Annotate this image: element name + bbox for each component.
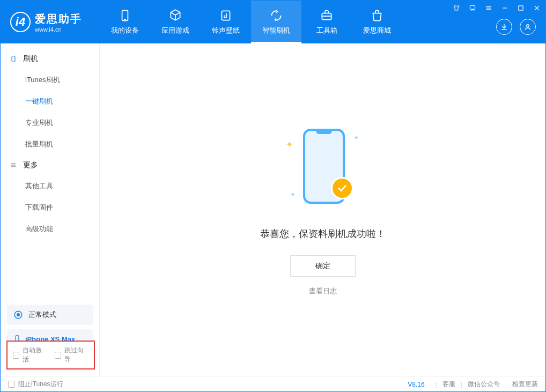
main-panel: ✦ ✦ ✦ 恭喜您，保资料刷机成功啦！ 确定 查看日志 — [100, 43, 545, 376]
section-title: 更多 — [23, 160, 38, 170]
checkbox-box-icon — [55, 352, 61, 359]
shopping-bag-icon — [370, 9, 384, 23]
check-update-link[interactable]: 检查更新 — [512, 380, 538, 389]
title-bar: i4 爱思助手 www.i4.cn 我的设备 应用游戏 铃声壁纸 — [1, 1, 545, 43]
device-mode-text: 正常模式 — [28, 310, 56, 320]
ok-button[interactable]: 确定 — [290, 255, 356, 277]
check-badge-icon — [331, 177, 353, 199]
tab-label: 工具箱 — [316, 26, 337, 35]
svg-point-14 — [527, 25, 529, 27]
cube-icon — [168, 9, 182, 23]
sidebar-item-advanced[interactable]: 高级功能 — [1, 218, 99, 240]
music-note-icon — [219, 9, 233, 23]
app-name-cn: 爱思助手 — [35, 12, 82, 26]
menu-icon[interactable] — [483, 3, 494, 13]
sidebar-item-other-tools[interactable]: 其他工具 — [1, 175, 99, 197]
content-area: 刷机 iTunes刷机 一键刷机 专业刷机 批量刷机 更多 其他工具 下载固件 … — [1, 43, 545, 376]
window-controls — [451, 3, 542, 13]
svg-rect-15 — [12, 56, 15, 62]
sidebar-item-pro-flash[interactable]: 专业刷机 — [1, 112, 99, 134]
top-tabs: 我的设备 应用游戏 铃声壁纸 智能刷机 工具箱 — [100, 1, 402, 43]
sparkle-icon: ✦ — [353, 134, 359, 142]
tab-label: 铃声壁纸 — [212, 26, 240, 35]
shirt-icon[interactable] — [451, 3, 462, 13]
checkbox-label: 自动激活 — [23, 346, 47, 364]
sparkle-icon: ✦ — [290, 191, 296, 198]
checkbox-auto-activate[interactable]: 自动激活 — [13, 346, 47, 364]
success-illustration: ✦ ✦ ✦ — [277, 123, 368, 215]
sidebar-section-more: 更多 — [1, 155, 99, 175]
highlighted-options: 自动激活 跳过向导 — [6, 341, 95, 369]
tab-label: 应用游戏 — [161, 26, 189, 35]
svg-rect-5 — [470, 5, 475, 9]
tab-label: 智能刷机 — [262, 26, 290, 35]
checkbox-skip-guide[interactable]: 跳过向导 — [55, 346, 89, 364]
sidebar-scroll: 刷机 iTunes刷机 一键刷机 专业刷机 批量刷机 更多 其他工具 下载固件 … — [1, 43, 99, 300]
app-name-en: www.i4.cn — [35, 26, 82, 33]
user-account-button[interactable] — [520, 19, 536, 35]
refresh-icon — [269, 9, 283, 23]
device-mode-card[interactable]: 正常模式 — [7, 305, 93, 325]
checkbox-box-icon — [8, 381, 15, 388]
tab-label: 爱思商城 — [363, 26, 391, 35]
checkbox-box-icon — [13, 352, 19, 359]
status-ok-icon — [13, 310, 23, 320]
sidebar-section-flash: 刷机 — [1, 49, 99, 69]
checkbox-label: 阻止iTunes运行 — [18, 380, 63, 389]
list-icon — [9, 161, 18, 169]
close-button[interactable] — [532, 3, 542, 13]
status-bar: 阻止iTunes运行 V8.16 | 客服 | 微信公众号 | 检查更新 — [1, 376, 545, 392]
sidebar-item-onekey-flash[interactable]: 一键刷机 — [1, 91, 99, 112]
maximize-button[interactable] — [515, 3, 526, 13]
sidebar: 刷机 iTunes刷机 一键刷机 专业刷机 批量刷机 更多 其他工具 下载固件 … — [1, 43, 100, 376]
separator: | — [436, 381, 437, 388]
sidebar-item-download-firmware[interactable]: 下载固件 — [1, 197, 99, 218]
download-button[interactable] — [496, 19, 512, 35]
tab-apps-games[interactable]: 应用游戏 — [150, 1, 201, 43]
view-log-link[interactable]: 查看日志 — [309, 286, 337, 296]
device-icon — [118, 9, 132, 23]
svg-rect-10 — [519, 6, 523, 10]
tab-smart-flash[interactable]: 智能刷机 — [251, 1, 301, 43]
tab-my-device[interactable]: 我的设备 — [100, 1, 150, 43]
tab-toolbox[interactable]: 工具箱 — [301, 1, 352, 43]
tab-store[interactable]: 爱思商城 — [352, 1, 402, 43]
toolbox-icon — [320, 9, 334, 23]
sidebar-item-itunes-flash[interactable]: iTunes刷机 — [1, 69, 99, 91]
separator: | — [461, 381, 462, 388]
separator: | — [505, 381, 507, 388]
phone-icon — [9, 55, 18, 63]
minimize-button[interactable] — [499, 3, 510, 13]
checkbox-block-itunes[interactable]: 阻止iTunes运行 — [8, 380, 63, 389]
svg-rect-2 — [222, 11, 230, 20]
sparkle-icon: ✦ — [286, 139, 293, 150]
app-logo-icon: i4 — [10, 12, 31, 32]
tab-label: 我的设备 — [111, 26, 139, 35]
checkbox-label: 跳过向导 — [64, 346, 88, 364]
section-title: 刷机 — [23, 54, 38, 64]
tab-ringtones[interactable]: 铃声壁纸 — [201, 1, 251, 43]
wechat-link[interactable]: 微信公众号 — [468, 380, 500, 389]
feedback-icon[interactable] — [467, 3, 478, 13]
support-link[interactable]: 客服 — [442, 380, 455, 389]
svg-point-20 — [17, 314, 20, 316]
success-message: 恭喜您，保资料刷机成功啦！ — [260, 227, 386, 240]
sidebar-item-batch-flash[interactable]: 批量刷机 — [1, 134, 99, 155]
version-text: V8.16 — [408, 381, 424, 388]
app-logo-text: 爱思助手 www.i4.cn — [35, 12, 82, 33]
titlebar-actions — [496, 19, 536, 35]
app-logo-block: i4 爱思助手 www.i4.cn — [1, 1, 100, 43]
